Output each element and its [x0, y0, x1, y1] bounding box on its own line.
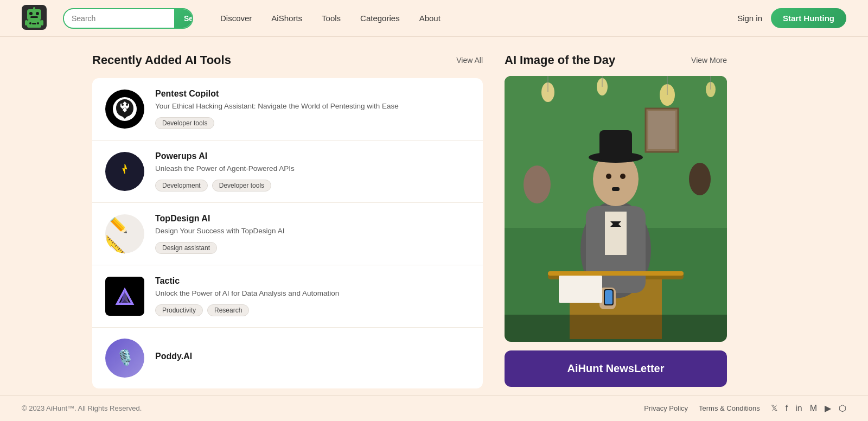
tags: Design assistant — [155, 242, 470, 254]
svg-point-3 — [36, 12, 39, 15]
tag[interactable]: Research — [207, 304, 249, 316]
ai-image-container — [505, 76, 727, 342]
svg-rect-4 — [30, 16, 38, 18]
header-right: Sign in Start Hunting — [737, 8, 846, 28]
view-all-link[interactable]: View All — [456, 56, 483, 65]
search-bar: Search — [63, 8, 193, 29]
search-input[interactable] — [64, 10, 174, 27]
search-button[interactable]: Search — [174, 9, 193, 28]
tool-logo-topdesign: ✏️📐 — [105, 214, 144, 253]
tool-info: TopDesign AI Design Your Success with To… — [155, 214, 470, 254]
start-hunting-button[interactable]: Start Hunting — [771, 8, 846, 28]
view-more-link[interactable]: View More — [691, 56, 727, 65]
tag[interactable]: Developer tools — [212, 180, 271, 192]
svg-point-14 — [126, 104, 128, 106]
footer: © 2023 AiHunt™. All Rights Reserved. Pri… — [0, 395, 868, 421]
svg-point-10 — [37, 22, 39, 24]
tool-info: Powerups AI Unleash the Power of Agent-P… — [155, 151, 470, 192]
right-section-header: AI Image of the Day View More — [505, 53, 727, 67]
svg-rect-48 — [605, 290, 612, 304]
nav-discover[interactable]: Discover — [220, 14, 252, 23]
svg-point-13 — [122, 104, 124, 106]
svg-rect-42 — [599, 130, 632, 160]
main-content: Recently Added AI Tools View All — [0, 37, 868, 405]
design-icon: ✏️📐 — [105, 214, 144, 253]
section-header: Recently Added AI Tools View All — [92, 53, 483, 67]
linkedin-icon[interactable]: in — [795, 404, 802, 413]
social-icons: 𝕏 f in M ▶ ⬡ — [771, 403, 846, 413]
tool-name: TopDesign AI — [155, 214, 470, 224]
twitter-icon[interactable]: 𝕏 — [771, 403, 778, 413]
tool-item[interactable]: 🎙️ Poddy.AI — [92, 328, 483, 388]
tool-logo-pentest — [105, 90, 144, 129]
svg-rect-50 — [559, 276, 602, 303]
footer-right: Privacy Policy Terms & Conditions 𝕏 f in… — [644, 403, 846, 413]
tool-name: Powerups AI — [155, 151, 470, 161]
svg-rect-49 — [548, 271, 684, 276]
svg-point-43 — [606, 174, 611, 179]
tags: Developer tools — [155, 117, 470, 129]
svg-rect-30 — [648, 111, 675, 149]
tag[interactable]: Design assistant — [155, 242, 217, 254]
svg-point-9 — [29, 22, 31, 24]
svg-rect-1 — [27, 9, 41, 20]
left-column: Recently Added AI Tools View All — [92, 53, 483, 388]
tools-list: Pentest Copilot Your Ethical Hacking Ass… — [92, 78, 483, 388]
svg-rect-37 — [605, 212, 627, 255]
main-nav: Discover AiShorts Tools Categories About — [220, 14, 441, 23]
svg-rect-45 — [612, 187, 620, 191]
svg-rect-5 — [33, 7, 35, 10]
tags: Productivity Research — [155, 304, 470, 316]
tool-info: Poddy.AI — [155, 352, 470, 364]
privacy-policy-link[interactable]: Privacy Policy — [644, 404, 688, 412]
newsletter-banner: AiHunt NewsLetter — [505, 350, 727, 387]
nav-about[interactable]: About — [419, 14, 441, 23]
header: Search Discover AiShorts Tools Categorie… — [0, 0, 868, 37]
tool-name: Tactic — [155, 276, 470, 286]
ai-image — [505, 76, 727, 342]
tool-name: Poddy.AI — [155, 352, 470, 361]
nav-tools[interactable]: Tools — [322, 14, 341, 23]
terms-link[interactable]: Terms & Conditions — [699, 404, 760, 412]
newsletter-title: AiHunt NewsLetter — [516, 362, 715, 375]
tool-logo-poddy: 🎙️ — [105, 339, 144, 378]
tool-item[interactable]: ✏️📐 TopDesign AI Design Your Success wit… — [92, 203, 483, 265]
svg-rect-11 — [32, 23, 36, 24]
logo[interactable] — [22, 5, 47, 31]
svg-point-32 — [689, 163, 711, 195]
tag[interactable]: Productivity — [155, 304, 203, 316]
section-title: Recently Added AI Tools — [92, 53, 231, 67]
ai-image-title: AI Image of the Day — [505, 53, 615, 67]
tag[interactable]: Development — [155, 180, 208, 192]
svg-rect-51 — [505, 315, 727, 342]
copyright: © 2023 AiHunt™. All Rights Reserved. — [22, 404, 142, 412]
tool-logo-tactic — [105, 277, 144, 316]
tool-desc: Design Your Success with TopDesign AI — [155, 226, 470, 237]
youtube-icon[interactable]: ▶ — [825, 403, 831, 413]
tool-logo-powerups — [105, 152, 144, 191]
svg-point-2 — [29, 12, 33, 15]
tool-item[interactable]: Powerups AI Unleash the Power of Agent-P… — [92, 141, 483, 203]
tool-desc: Unlock the Power of AI for Data Analysis… — [155, 289, 470, 299]
discord-icon[interactable]: ⬡ — [839, 403, 846, 413]
nav-aishorts[interactable]: AiShorts — [271, 14, 302, 23]
svg-point-44 — [620, 174, 626, 179]
tag[interactable]: Developer tools — [155, 117, 214, 129]
right-column: AI Image of the Day View More — [505, 53, 727, 388]
tool-desc: Your Ethical Hacking Assistant: Navigate… — [155, 101, 470, 112]
tool-info: Tactic Unlock the Power of AI for Data A… — [155, 276, 470, 316]
tool-item[interactable]: Tactic Unlock the Power of AI for Data A… — [92, 265, 483, 328]
tool-item[interactable]: Pentest Copilot Your Ethical Hacking Ass… — [92, 78, 483, 141]
svg-point-31 — [524, 165, 551, 203]
medium-icon[interactable]: M — [810, 404, 817, 413]
tool-desc: Unleash the Power of Agent-Powered APIs — [155, 164, 470, 174]
tool-info: Pentest Copilot Your Ethical Hacking Ass… — [155, 89, 470, 129]
nav-categories[interactable]: Categories — [360, 14, 400, 23]
sign-in-link[interactable]: Sign in — [737, 14, 762, 23]
tool-name: Pentest Copilot — [155, 89, 470, 99]
facebook-icon[interactable]: f — [786, 404, 788, 413]
tags: Development Developer tools — [155, 180, 470, 192]
